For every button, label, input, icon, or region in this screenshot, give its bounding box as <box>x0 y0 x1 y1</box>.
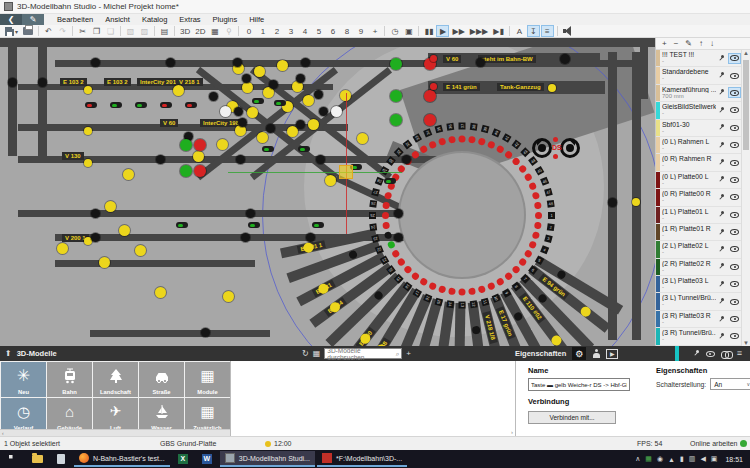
push-button[interactable] <box>84 159 92 167</box>
battery-icon[interactable]: ▮ <box>680 455 684 463</box>
scroll-right-icon[interactable]: › <box>511 429 513 435</box>
pin-icon[interactable] <box>718 89 725 96</box>
visibility-toggle[interactable] <box>728 174 741 185</box>
direction-toggle[interactable] <box>312 222 324 228</box>
push-button[interactable] <box>303 95 314 106</box>
model-browser[interactable]: › <box>230 361 515 436</box>
pin-icon[interactable] <box>718 298 725 305</box>
event-clock-icon[interactable]: ◷ <box>388 25 401 37</box>
turntable-position-badge[interactable]: 2 <box>547 223 555 231</box>
taskbar-window-button[interactable]: N-Bahn-Bastler's test... <box>74 451 170 467</box>
save-icon[interactable]: ▾ <box>3 25 20 37</box>
visibility-toggle[interactable] <box>728 331 741 342</box>
turntable-position-badge[interactable]: 36 <box>446 122 454 130</box>
pause-icon[interactable]: ▮▮ <box>422 25 435 37</box>
push-button[interactable] <box>257 132 268 143</box>
fast-forward-icon[interactable]: ▶▶ <box>450 25 466 37</box>
file-explorer-button[interactable] <box>26 451 48 467</box>
menu-bearbeiten[interactable]: Bearbeiten <box>52 14 98 25</box>
turntable-position-badge[interactable]: 14 <box>446 300 454 308</box>
push-button[interactable] <box>325 175 336 186</box>
turntable-ring-lamp[interactable] <box>468 287 476 295</box>
push-button[interactable] <box>223 291 234 302</box>
layer-row[interactable]: (2 L) Platte02 L- <box>656 241 750 258</box>
tray-app-icon-circle[interactable]: ◉ <box>657 455 663 463</box>
push-button[interactable] <box>193 151 204 162</box>
visibility-toggle[interactable] <box>728 314 741 325</box>
turntable-position-badge[interactable]: 26 <box>369 199 377 207</box>
push-button[interactable] <box>173 85 184 96</box>
category-tile-gebäude[interactable]: ⌂Gebäude <box>47 398 92 433</box>
direction-toggle[interactable] <box>384 178 396 184</box>
play-icon[interactable]: ▶ <box>436 25 449 37</box>
visibility-toggle[interactable] <box>728 261 741 272</box>
taskbar-window-button[interactable]: 3D-Modellbahn Studi... <box>220 451 315 467</box>
edit-layer-button[interactable]: ✎ <box>685 39 692 49</box>
push-button[interactable] <box>247 107 258 118</box>
user-tab-icon[interactable] <box>592 349 600 359</box>
direction-toggle[interactable] <box>176 222 188 228</box>
pin-icon[interactable] <box>718 159 725 166</box>
turntable-ring-lamp[interactable] <box>534 221 542 229</box>
menu-katalog[interactable]: Katalog <box>137 14 172 25</box>
category-tile-luft[interactable]: ✈Luft <box>93 398 138 433</box>
visibility-toggle[interactable] <box>728 227 741 238</box>
push-button[interactable] <box>254 66 265 77</box>
turntable-position-badge[interactable]: 13 <box>459 301 466 308</box>
pin-icon[interactable] <box>718 124 725 131</box>
camera-5[interactable]: 5 <box>312 25 325 37</box>
layer-row[interactable]: (1 L) Platte01 L- <box>656 207 750 224</box>
visibility-toggle[interactable] <box>728 140 741 151</box>
scroll-up-icon[interactable]: ▲ <box>742 50 750 56</box>
pin-icon[interactable] <box>718 246 725 253</box>
layer-row[interactable]: (1 R) Platte01 R- <box>656 224 750 241</box>
turntable-ring-lamp[interactable] <box>534 201 542 209</box>
push-button[interactable] <box>155 287 166 298</box>
push-button[interactable] <box>217 139 228 150</box>
turntable-position-badge[interactable]: 37 <box>459 122 466 129</box>
collapse-panel-icon[interactable]: ⬆ <box>5 349 12 358</box>
tray-app-icon[interactable]: ▲ <box>668 456 675 463</box>
menu-ansicht[interactable]: Ansicht <box>100 14 135 25</box>
push-button[interactable] <box>277 60 288 71</box>
category-tile-zusätzlich[interactable]: ▦Zusätzlich <box>185 398 230 433</box>
push-button[interactable] <box>99 257 110 268</box>
camera-6[interactable]: 6 <box>326 25 339 37</box>
hidden-icons-icon[interactable]: ∧ <box>635 455 640 463</box>
layer-row[interactable]: !!! TEST !!!- <box>656 50 750 67</box>
turntable-ring-lamp[interactable] <box>448 287 456 295</box>
back-button[interactable]: ❮ <box>0 14 22 25</box>
push-button[interactable] <box>123 169 134 180</box>
pin-icon[interactable] <box>718 333 725 340</box>
animation-tab-icon[interactable]: ▶ <box>606 349 618 359</box>
turntable-ring-lamp[interactable] <box>448 135 456 143</box>
push-button[interactable] <box>119 225 130 236</box>
turntable-ring-lamp[interactable] <box>382 212 389 219</box>
camera-3[interactable]: 3 <box>284 25 297 37</box>
push-button[interactable] <box>105 201 116 212</box>
visibility-toggle[interactable] <box>728 192 741 203</box>
category-tile-wasser[interactable]: Wasser <box>139 398 184 433</box>
push-button[interactable] <box>308 119 319 130</box>
word-button[interactable]: W <box>196 451 218 467</box>
scroll-down-icon[interactable]: ▼ <box>742 340 750 346</box>
camera-4[interactable]: 4 <box>298 25 311 37</box>
direction-toggle[interactable] <box>248 222 260 228</box>
layer-row[interactable]: (0 L) Rahmen L- <box>656 137 750 154</box>
layer-row[interactable]: GleisBildStellwerk- <box>656 102 750 119</box>
pin-icon[interactable] <box>718 281 725 288</box>
pin-icon[interactable] <box>718 263 725 270</box>
pin-icon[interactable] <box>718 107 725 114</box>
camera-2[interactable]: 2 <box>270 25 283 37</box>
link-icon[interactable] <box>721 351 731 357</box>
screenshot-icon[interactable]: ▣ <box>402 25 415 37</box>
switch-state-dropdown[interactable]: An ∨ <box>710 378 750 390</box>
turntable-ring-lamp[interactable] <box>459 135 466 142</box>
camera-add[interactable]: + <box>368 25 381 37</box>
viewport-3d[interactable]: BR 01 1BR 41BR 44BR 50BR 58BR 78BR 91BR … <box>0 38 655 346</box>
direction-toggle[interactable] <box>274 100 286 106</box>
pin-icon[interactable] <box>718 55 725 62</box>
category-tile-straße[interactable]: Straße <box>139 362 184 397</box>
panel-splitter[interactable] <box>675 346 679 361</box>
direction-toggle[interactable] <box>160 102 172 108</box>
